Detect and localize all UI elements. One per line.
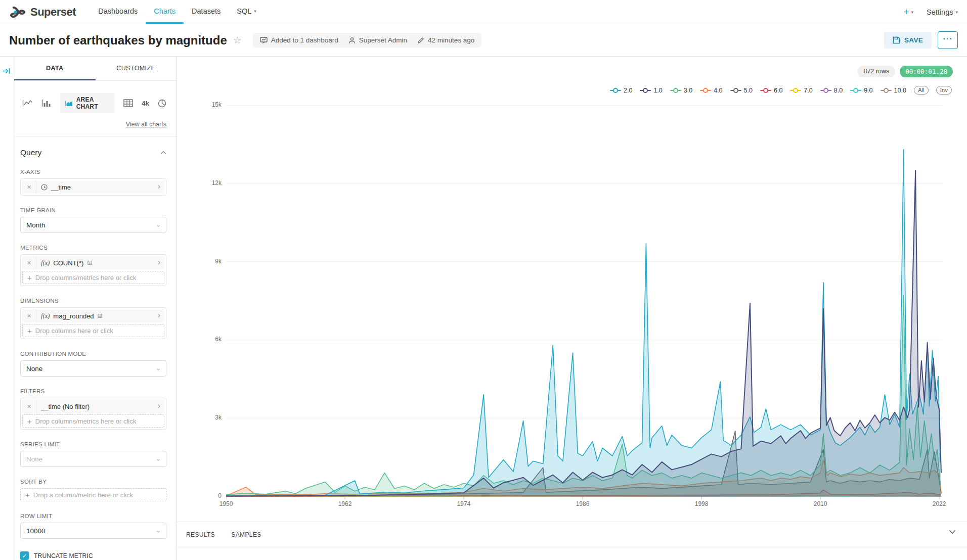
save-button[interactable]: SAVE <box>884 32 932 49</box>
legend-label: 7.0 <box>804 87 812 94</box>
filter-pill[interactable]: × __time (No filter) › <box>22 400 164 413</box>
chart-legend: 2.01.03.04.05.06.07.08.09.010.0All Inv <box>610 86 952 95</box>
modified-meta[interactable]: 42 minutes ago <box>417 36 474 44</box>
nav-dashboards[interactable]: Dashboards <box>90 0 146 24</box>
truncate-metric-checkbox[interactable]: ✓ <box>20 551 29 560</box>
x-axis-pill[interactable]: × __time › <box>22 180 164 194</box>
dashboards-meta[interactable]: Added to 1 dashboard <box>260 36 338 44</box>
legend-item-9.0[interactable]: 9.0 <box>850 87 872 94</box>
remove-x-axis-icon[interactable]: × <box>22 180 36 194</box>
nav-sql-label: SQL <box>237 7 251 15</box>
metrics-control: × f(x) COUNT(*) ⊞ › + Drop columns/metri… <box>20 254 166 286</box>
area-chart-icon <box>65 100 73 107</box>
legend-item-6.0[interactable]: 6.0 <box>760 87 782 94</box>
legend-item-7.0[interactable]: 7.0 <box>790 87 812 94</box>
chevron-right-icon[interactable]: › <box>158 182 164 192</box>
table-glyph-icon: ⊞ <box>98 312 103 319</box>
metrics-dropzone-label: Drop columns/metrics here or click <box>35 274 136 282</box>
y-tick-label: 3k <box>199 414 222 421</box>
tab-customize[interactable]: CUSTOMIZE <box>96 57 177 80</box>
legend-item-4.0[interactable]: 4.0 <box>700 87 722 94</box>
nav-datasets[interactable]: Datasets <box>184 0 229 24</box>
favorite-star-icon[interactable]: ☆ <box>233 34 242 46</box>
viz-type-row: AREA CHART 4k <box>20 93 166 113</box>
big-number-chart-icon[interactable]: 4k <box>142 100 149 107</box>
legend-label: 6.0 <box>774 87 782 94</box>
chart-control-panel: DATA CUSTOMIZE AREA CHART 4k <box>14 57 177 560</box>
chevron-down-icon: ⌄ <box>155 454 161 463</box>
view-all-charts-link[interactable]: View all charts <box>126 121 166 128</box>
legend-series-icon <box>610 88 621 93</box>
chevron-right-icon[interactable]: › <box>158 258 164 268</box>
results-panel: RESULTS SAMPLES <box>177 522 967 560</box>
legend-series-icon <box>640 88 651 93</box>
legend-item-1.0[interactable]: 1.0 <box>640 87 662 94</box>
metrics-dropzone[interactable]: + Drop columns/metrics here or click <box>22 271 164 284</box>
line-chart-icon[interactable] <box>22 99 33 107</box>
fx-icon: f(x) <box>41 312 50 320</box>
series-limit-select[interactable]: None ⌄ <box>20 451 166 467</box>
y-tick-label: 0 <box>199 492 222 499</box>
legend-series-icon <box>850 88 861 93</box>
new-item-button[interactable]: + ▾ <box>903 7 913 18</box>
dimensions-control: × f(x) mag_rounded ⊞ › + Drop columns he… <box>20 307 166 339</box>
bar-chart-icon[interactable] <box>41 99 52 107</box>
legend-item-2.0[interactable]: 2.0 <box>610 87 632 94</box>
legend-all-button[interactable]: All <box>914 86 929 95</box>
remove-metric-icon[interactable]: × <box>22 256 36 269</box>
more-options-button[interactable]: ··· <box>938 31 958 49</box>
area-chart-plot[interactable] <box>226 105 942 502</box>
expand-panel-icon[interactable] <box>3 67 11 75</box>
legend-series-icon <box>670 88 681 93</box>
chevron-down-icon: ⌄ <box>155 220 161 229</box>
legend-item-8.0[interactable]: 8.0 <box>820 87 843 94</box>
dimension-value: mag_rounded <box>53 312 94 320</box>
legend-item-10.0[interactable]: 10.0 <box>881 87 906 94</box>
pie-chart-icon[interactable] <box>158 99 166 108</box>
collapse-results-icon[interactable] <box>949 530 956 534</box>
clock-icon <box>41 184 48 191</box>
sort-by-dropzone[interactable]: + Drop a column/metric here or click <box>20 488 166 501</box>
chevron-right-icon[interactable]: › <box>158 311 164 321</box>
table-chart-icon[interactable] <box>123 99 133 107</box>
x-axis-value: __time <box>51 183 71 191</box>
top-navbar: Superset Dashboards Charts Datasets SQL … <box>0 0 967 24</box>
tab-samples[interactable]: SAMPLES <box>231 531 261 538</box>
filters-dropzone[interactable]: + Drop columns/metrics here or click <box>22 414 164 428</box>
settings-label: Settings <box>927 8 953 16</box>
legend-series-icon <box>790 88 801 93</box>
legend-item-5.0[interactable]: 5.0 <box>730 87 753 94</box>
y-tick-label: 9k <box>199 258 222 265</box>
dimension-pill[interactable]: × f(x) mag_rounded ⊞ › <box>22 309 164 322</box>
pencil-icon <box>417 37 424 44</box>
remove-filter-icon[interactable]: × <box>22 400 36 413</box>
tab-data[interactable]: DATA <box>14 57 96 80</box>
collapse-query-icon[interactable] <box>160 151 166 155</box>
legend-item-3.0[interactable]: 3.0 <box>670 87 692 94</box>
viz-area-chart-label: AREA CHART <box>76 96 110 110</box>
row-limit-label: ROW LIMIT <box>20 513 166 519</box>
query-timer-badge[interactable]: 00:00:01.28 <box>900 66 953 77</box>
legend-label: 10.0 <box>894 87 906 94</box>
remove-dimension-icon[interactable]: × <box>22 309 36 322</box>
filters-dropzone-label: Drop columns/metrics here or click <box>35 417 136 425</box>
dimensions-dropzone[interactable]: + Drop columns here or click <box>22 324 164 337</box>
chevron-right-icon[interactable]: › <box>158 401 164 411</box>
plus-icon: + <box>27 273 32 282</box>
viz-area-chart-selected[interactable]: AREA CHART <box>60 93 115 113</box>
metric-pill[interactable]: × f(x) COUNT(*) ⊞ › <box>22 256 164 269</box>
legend-inv-button[interactable]: Inv <box>936 86 952 95</box>
row-limit-select[interactable]: 10000 ⌄ <box>20 523 166 539</box>
superset-brand[interactable]: Superset <box>9 0 76 24</box>
datasource-rail <box>0 57 14 560</box>
owner-meta[interactable]: Superset Admin <box>348 36 407 44</box>
user-icon <box>348 37 356 44</box>
contribution-mode-select[interactable]: None ⌄ <box>20 360 166 377</box>
time-grain-select[interactable]: Month ⌄ <box>20 217 166 233</box>
nav-charts[interactable]: Charts <box>146 0 184 24</box>
nav-sql[interactable]: SQL ▾ <box>229 0 265 24</box>
plus-icon: + <box>27 417 32 426</box>
tab-results[interactable]: RESULTS <box>186 531 215 538</box>
legend-series-icon <box>820 88 831 93</box>
settings-menu[interactable]: Settings ▾ <box>927 8 958 16</box>
